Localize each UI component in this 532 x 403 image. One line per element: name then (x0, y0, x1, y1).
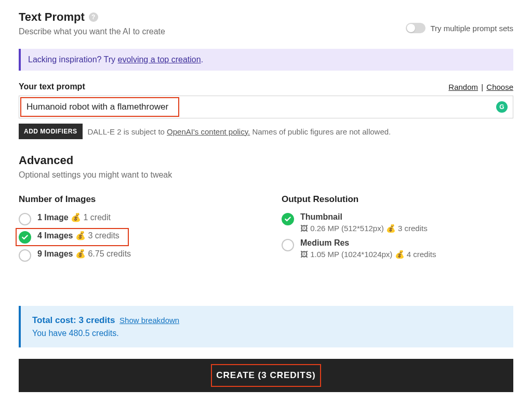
radio-checked-icon (19, 231, 31, 244)
advanced-title: Advanced (19, 154, 513, 167)
prompt-links: Random | Choose (448, 83, 513, 91)
prompt-input[interactable] (19, 96, 513, 118)
header-row: Text Prompt ? Describe what you want the… (19, 10, 513, 36)
help-icon[interactable]: ? (89, 12, 98, 22)
option-detail: 1.05 MP (1024*1024px) (310, 250, 392, 259)
option-label: 4 Images (37, 231, 73, 240)
option-label: Thumbnail (300, 212, 342, 221)
policy-prefix: DALL-E 2 is subject to (88, 127, 167, 136)
num-images-title: Number of Images (19, 194, 250, 205)
moneybag-icon: 💰 (75, 249, 86, 258)
advanced-subtitle: Optional settings you might want to twea… (19, 170, 513, 180)
multi-prompt-toggle[interactable] (406, 23, 425, 33)
section-subtitle: Describe what you want the AI to create (19, 27, 165, 36)
num-images-option-4[interactable]: 4 Images 💰 3 credits (19, 228, 250, 246)
num-images-group: Number of Images 1 Image 💰 1 credit (19, 194, 250, 264)
show-breakdown-link[interactable]: Show breakdown (119, 316, 179, 325)
random-link[interactable]: Random (448, 83, 478, 91)
radio-checked-icon (282, 213, 294, 225)
option-credit: 1 credit (84, 213, 111, 222)
credit-balance: You have 480.5 credits. (32, 329, 502, 338)
radio-unchecked-icon (282, 239, 294, 251)
resolution-title: Output Resolution (282, 194, 513, 205)
evolve-link[interactable]: evolving a top creation (118, 55, 201, 64)
resolution-option-thumbnail[interactable]: Thumbnail 🖼 0.26 MP (512*512px) 💰 3 cred… (282, 210, 513, 236)
choose-link[interactable]: Choose (486, 83, 513, 91)
section-title: Text Prompt (19, 10, 85, 24)
grammarly-icon[interactable]: G (496, 101, 508, 113)
policy-link[interactable]: OpenAI's content policy. (167, 127, 250, 136)
moneybag-icon: 💰 (75, 231, 86, 240)
picture-icon: 🖼 (300, 224, 308, 233)
option-credit: 3 credits (88, 231, 119, 240)
advanced-section: Advanced Optional settings you might wan… (19, 154, 513, 180)
moneybag-icon: 💰 (71, 213, 81, 222)
radio-unchecked-icon (19, 249, 31, 262)
option-detail: 0.26 MP (512*512px) (310, 224, 383, 233)
prompt-label: Your text prompt (19, 82, 85, 91)
option-credit: 4 credits (407, 250, 436, 259)
resolution-option-medium[interactable]: Medium Res 🖼 1.05 MP (1024*1024px) 💰 4 c… (282, 236, 513, 262)
moneybag-icon: 💰 (386, 224, 396, 233)
option-label: 9 Images (37, 249, 73, 258)
modifiers-row: ADD MODIFIERS DALL-E 2 is subject to Ope… (19, 124, 513, 139)
create-button[interactable]: CREATE (3 CREDITS) (19, 359, 513, 392)
option-credit: 3 credits (398, 224, 428, 233)
inspiration-banner: Lacking inspiration? Try evolving a top … (19, 49, 513, 71)
prompt-input-wrap: G (19, 96, 513, 118)
total-cost: Total cost: 3 credits (32, 315, 115, 325)
option-credit: 6.75 credits (88, 249, 131, 258)
separator: | (481, 83, 483, 91)
policy-suffix: Names of public figures are not allowed. (250, 127, 391, 136)
num-images-option-1[interactable]: 1 Image 💰 1 credit (19, 210, 250, 228)
multi-prompt-toggle-label: Try multiple prompt sets (431, 24, 514, 33)
create-button-label: CREATE (3 CREDITS) (216, 370, 315, 381)
option-label: Medium Res (300, 238, 349, 247)
radio-unchecked-icon (19, 213, 31, 225)
moneybag-icon: 💰 (395, 250, 405, 259)
num-images-option-9[interactable]: 9 Images 💰 6.75 credits (19, 246, 250, 264)
cost-summary: Total cost: 3 credits Show breakdown You… (19, 306, 513, 347)
add-modifiers-button[interactable]: ADD MODIFIERS (19, 124, 83, 139)
banner-suffix: . (201, 55, 203, 64)
picture-icon: 🖼 (300, 250, 308, 259)
multi-prompt-toggle-wrap: Try multiple prompt sets (406, 23, 514, 33)
option-label: 1 Image (37, 213, 69, 222)
banner-prefix: Lacking inspiration? Try (28, 55, 118, 64)
resolution-group: Output Resolution Thumbnail 🖼 0.26 MP (5… (282, 194, 513, 264)
